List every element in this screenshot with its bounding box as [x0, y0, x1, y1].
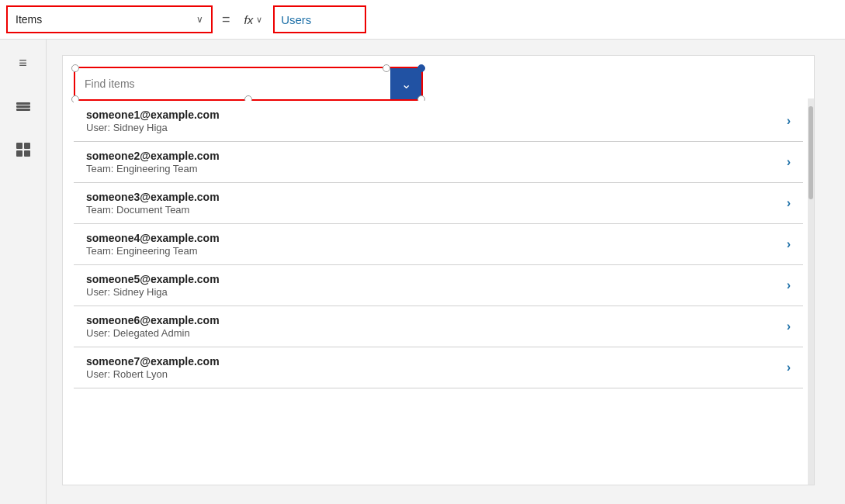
- search-input[interactable]: [75, 70, 390, 98]
- users-field[interactable]: Users: [273, 5, 366, 33]
- users-field-text: Users: [281, 13, 311, 26]
- dropdown-toggle-button[interactable]: ⌄: [390, 68, 421, 99]
- handle-topright: [417, 64, 425, 72]
- items-dropdown[interactable]: Items ∨: [6, 5, 213, 33]
- handle-topleft: [71, 64, 79, 72]
- list-item[interactable]: someone7@example.com User: Robert Lyon ›: [74, 347, 803, 388]
- svg-rect-0: [16, 102, 30, 105]
- list-item-chevron-icon: ›: [787, 155, 791, 169]
- layers-icon[interactable]: [9, 92, 37, 120]
- dropdown-widget-inner: ⌄: [75, 68, 421, 99]
- hamburger-icon[interactable]: ≡: [9, 49, 37, 77]
- svg-rect-2: [16, 109, 30, 111]
- panel: ⌄ someone1@example.com User: Sidney Higa…: [62, 55, 815, 485]
- items-dropdown-label: Items: [16, 13, 42, 26]
- content-area: ⌄ someone1@example.com User: Sidney Higa…: [47, 40, 845, 504]
- list-item[interactable]: someone1@example.com User: Sidney Higa ›: [74, 101, 803, 142]
- main-content: ≡: [0, 40, 845, 504]
- list-item-chevron-icon: ›: [787, 319, 791, 333]
- list-item-subtitle: User: Delegated Admin: [86, 327, 220, 339]
- list-item[interactable]: someone3@example.com Team: Document Team…: [74, 183, 803, 224]
- list-item-email: someone6@example.com: [86, 314, 220, 326]
- list-item-text: someone5@example.com User: Sidney Higa: [86, 273, 220, 298]
- fx-arrow-icon: ∨: [256, 15, 262, 25]
- list-item[interactable]: someone4@example.com Team: Engineering T…: [74, 224, 803, 265]
- grid-icon[interactable]: [9, 136, 37, 164]
- list-item-chevron-icon: ›: [787, 114, 791, 128]
- list-item-text: someone2@example.com Team: Engineering T…: [86, 150, 220, 174]
- chevron-down-icon: ⌄: [401, 77, 411, 91]
- scrollbar-thumb[interactable]: [809, 106, 813, 199]
- list-item-text: someone7@example.com User: Robert Lyon: [86, 355, 220, 380]
- list-item-subtitle: Team: Engineering Team: [86, 163, 220, 174]
- formula-bar: fx ∨: [240, 5, 268, 33]
- list-item-chevron-icon: ›: [787, 361, 791, 375]
- list-item[interactable]: someone6@example.com User: Delegated Adm…: [74, 306, 803, 347]
- list-item-email: someone3@example.com: [86, 191, 220, 203]
- list-item-email: someone7@example.com: [86, 355, 220, 368]
- list-item-text: someone4@example.com Team: Engineering T…: [86, 232, 220, 257]
- fx-label: fx: [244, 13, 254, 26]
- items-dropdown-arrow-icon: ∨: [196, 14, 203, 25]
- list-item-subtitle: User: Robert Lyon: [86, 368, 220, 380]
- list-item-chevron-icon: ›: [787, 237, 791, 251]
- list-item-email: someone2@example.com: [86, 150, 220, 162]
- items-list: someone1@example.com User: Sidney Higa ›…: [74, 101, 803, 388]
- header-bar: Items ∨ = fx ∨ Users: [0, 0, 845, 40]
- svg-rect-5: [16, 150, 23, 157]
- list-item-subtitle: User: Sidney Higa: [86, 122, 220, 133]
- scrollbar-track[interactable]: [808, 98, 814, 485]
- list-item-text: someone3@example.com Team: Document Team: [86, 191, 220, 216]
- equals-sign: =: [219, 12, 234, 28]
- items-list-container: someone1@example.com User: Sidney Higa ›…: [74, 101, 803, 388]
- list-item[interactable]: someone2@example.com Team: Engineering T…: [74, 142, 803, 183]
- svg-rect-4: [24, 143, 30, 149]
- handle-topmid: [383, 64, 390, 72]
- list-item-subtitle: Team: Engineering Team: [86, 245, 220, 257]
- svg-rect-6: [24, 150, 30, 157]
- list-item-email: someone1@example.com: [86, 109, 220, 121]
- sidebar: ≡: [0, 40, 47, 504]
- list-item-subtitle: Team: Document Team: [86, 204, 220, 216]
- svg-rect-1: [16, 105, 30, 108]
- list-item-email: someone5@example.com: [86, 273, 220, 285]
- list-item[interactable]: someone5@example.com User: Sidney Higa ›: [74, 265, 803, 306]
- list-item-subtitle: User: Sidney Higa: [86, 286, 220, 298]
- list-item-chevron-icon: ›: [787, 278, 791, 292]
- list-item-text: someone1@example.com User: Sidney Higa: [86, 109, 220, 133]
- list-item-text: someone6@example.com User: Delegated Adm…: [86, 314, 220, 339]
- svg-rect-3: [16, 143, 23, 149]
- dropdown-widget[interactable]: ⌄: [74, 67, 423, 101]
- list-item-email: someone4@example.com: [86, 232, 220, 244]
- list-item-chevron-icon: ›: [787, 196, 791, 210]
